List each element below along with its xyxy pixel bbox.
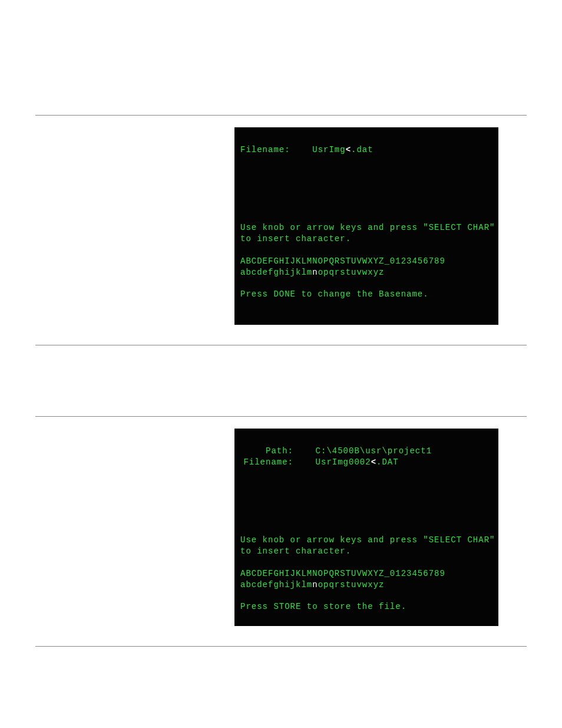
chars-upper: ABCDEFGHIJKLMNOPQRSTUVWXYZ_0123456789 (240, 256, 445, 266)
chars-lower-post: opqrstuvwxyz (318, 268, 385, 277)
step3-row: Filename: UsrImg<.dat Use knob or arrow … (35, 127, 527, 325)
filename2-value-pre: UsrImg0002 (316, 457, 371, 467)
instr2-line-1: Use knob or arrow keys and press "SELECT… (240, 535, 495, 545)
filename2-value-post: .DAT (376, 457, 399, 467)
filename-label: Filename: (240, 145, 290, 154)
document-page: Filename: UsrImg<.dat Use knob or arrow … (0, 0, 562, 728)
instr2-line-2: to insert character. (240, 546, 351, 556)
filename-cursor: < (346, 145, 351, 154)
filename-value-post: .dat (351, 145, 373, 154)
path-value: C:\4500B\usr\project1 (316, 446, 432, 456)
filename-label-2: Filename: (240, 457, 293, 468)
filename2-cursor: < (371, 457, 376, 467)
chars2-lower-pre: abcdefghijklm (240, 580, 312, 589)
instr-line-2: to insert character. (240, 234, 351, 243)
chars-lower-highlight: n (312, 268, 318, 277)
done-line: Press DONE to change the Basename. (240, 289, 429, 299)
filename-value-pre: UsrImg (312, 145, 345, 154)
store-line: Press STORE to store the file. (240, 602, 406, 611)
chars-lower-pre: abcdefghijklm (240, 268, 312, 277)
instr-line-1: Use knob or arrow keys and press "SELECT… (240, 223, 495, 232)
terminal-screen-2: Path: C:\4500B\usr\project1 Filename: Us… (234, 429, 498, 626)
chars2-lower-highlight: n (312, 580, 318, 589)
chars2-lower-post: opqrstuvwxyz (318, 580, 385, 589)
rule-bottom (35, 646, 527, 647)
top-whitespace (0, 0, 562, 115)
terminal-screen-1: Filename: UsrImg<.dat Use knob or arrow … (234, 127, 498, 325)
path-label: Path: (240, 446, 293, 457)
step4-row: 4After you changed the basename, press D… (35, 429, 527, 626)
chars2-upper: ABCDEFGHIJKLMNOPQRSTUVWXYZ_0123456789 (240, 569, 445, 578)
